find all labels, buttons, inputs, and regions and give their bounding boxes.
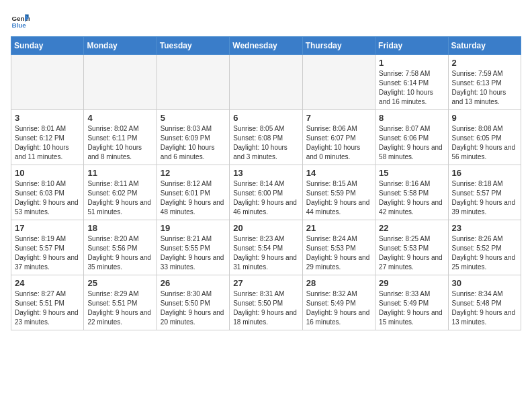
week-row-5: 24Sunrise: 8:27 AM Sunset: 5:51 PM Dayli… <box>11 275 521 330</box>
week-row-3: 10Sunrise: 8:10 AM Sunset: 6:03 PM Dayli… <box>11 165 521 220</box>
day-info: Sunrise: 8:07 AM Sunset: 6:06 PM Dayligh… <box>379 124 444 162</box>
day-cell: 14Sunrise: 8:15 AM Sunset: 5:59 PM Dayli… <box>302 165 375 220</box>
day-cell: 19Sunrise: 8:21 AM Sunset: 5:55 PM Dayli… <box>157 220 229 275</box>
day-info: Sunrise: 8:29 AM Sunset: 5:51 PM Dayligh… <box>87 289 152 327</box>
day-cell: 25Sunrise: 8:29 AM Sunset: 5:51 PM Dayli… <box>84 275 157 330</box>
week-row-2: 3Sunrise: 8:01 AM Sunset: 6:12 PM Daylig… <box>11 110 521 165</box>
header-friday: Friday <box>375 37 448 55</box>
day-number: 5 <box>161 113 226 123</box>
day-info: Sunrise: 8:23 AM Sunset: 5:54 PM Dayligh… <box>233 234 298 272</box>
svg-text:Blue: Blue <box>11 21 26 29</box>
day-info: Sunrise: 8:19 AM Sunset: 5:57 PM Dayligh… <box>15 234 80 272</box>
day-number: 22 <box>379 223 444 233</box>
day-info: Sunrise: 8:24 AM Sunset: 5:53 PM Dayligh… <box>306 234 371 272</box>
day-number: 25 <box>87 278 152 288</box>
day-info: Sunrise: 8:11 AM Sunset: 6:02 PM Dayligh… <box>87 179 152 217</box>
day-cell: 2Sunrise: 7:59 AM Sunset: 6:13 PM Daylig… <box>448 55 521 110</box>
day-number: 8 <box>379 113 444 123</box>
day-number: 29 <box>379 278 444 288</box>
header-row: SundayMondayTuesdayWednesdayThursdayFrid… <box>11 37 521 55</box>
day-cell: 11Sunrise: 8:11 AM Sunset: 6:02 PM Dayli… <box>84 165 157 220</box>
calendar-table: SundayMondayTuesdayWednesdayThursdayFrid… <box>11 36 521 330</box>
day-cell: 9Sunrise: 8:08 AM Sunset: 6:05 PM Daylig… <box>448 110 521 165</box>
day-cell: 17Sunrise: 8:19 AM Sunset: 5:57 PM Dayli… <box>11 220 84 275</box>
day-cell: 28Sunrise: 8:32 AM Sunset: 5:49 PM Dayli… <box>302 275 375 330</box>
day-number: 1 <box>379 58 444 68</box>
day-cell <box>230 55 302 110</box>
day-info: Sunrise: 8:14 AM Sunset: 6:00 PM Dayligh… <box>233 179 298 217</box>
day-info: Sunrise: 8:06 AM Sunset: 6:07 PM Dayligh… <box>306 124 371 162</box>
page-header: General Blue <box>11 11 521 30</box>
day-cell: 27Sunrise: 8:31 AM Sunset: 5:50 PM Dayli… <box>230 275 302 330</box>
day-cell: 12Sunrise: 8:12 AM Sunset: 6:01 PM Dayli… <box>157 165 229 220</box>
day-number: 6 <box>233 113 298 123</box>
day-info: Sunrise: 8:01 AM Sunset: 6:12 PM Dayligh… <box>15 124 80 162</box>
day-cell <box>84 55 157 110</box>
day-cell: 22Sunrise: 8:25 AM Sunset: 5:53 PM Dayli… <box>375 220 448 275</box>
day-cell: 5Sunrise: 8:03 AM Sunset: 6:09 PM Daylig… <box>157 110 229 165</box>
day-info: Sunrise: 8:26 AM Sunset: 5:52 PM Dayligh… <box>452 234 517 272</box>
day-cell: 18Sunrise: 8:20 AM Sunset: 5:56 PM Dayli… <box>84 220 157 275</box>
day-cell: 4Sunrise: 8:02 AM Sunset: 6:11 PM Daylig… <box>84 110 157 165</box>
week-row-1: 1Sunrise: 7:58 AM Sunset: 6:14 PM Daylig… <box>11 55 521 110</box>
day-cell: 24Sunrise: 8:27 AM Sunset: 5:51 PM Dayli… <box>11 275 84 330</box>
day-info: Sunrise: 8:02 AM Sunset: 6:11 PM Dayligh… <box>87 124 152 162</box>
day-cell: 8Sunrise: 8:07 AM Sunset: 6:06 PM Daylig… <box>375 110 448 165</box>
day-info: Sunrise: 8:05 AM Sunset: 6:08 PM Dayligh… <box>233 124 298 162</box>
header-monday: Monday <box>84 37 157 55</box>
day-cell: 23Sunrise: 8:26 AM Sunset: 5:52 PM Dayli… <box>448 220 521 275</box>
day-number: 17 <box>15 223 80 233</box>
day-info: Sunrise: 8:15 AM Sunset: 5:59 PM Dayligh… <box>306 179 371 217</box>
day-number: 19 <box>161 223 226 233</box>
day-info: Sunrise: 8:21 AM Sunset: 5:55 PM Dayligh… <box>161 234 226 272</box>
day-cell: 7Sunrise: 8:06 AM Sunset: 6:07 PM Daylig… <box>302 110 375 165</box>
day-number: 3 <box>15 113 80 123</box>
day-number: 24 <box>15 278 80 288</box>
week-row-4: 17Sunrise: 8:19 AM Sunset: 5:57 PM Dayli… <box>11 220 521 275</box>
header-thursday: Thursday <box>302 37 375 55</box>
day-info: Sunrise: 8:31 AM Sunset: 5:50 PM Dayligh… <box>233 289 298 327</box>
day-info: Sunrise: 8:08 AM Sunset: 6:05 PM Dayligh… <box>452 124 517 162</box>
day-number: 30 <box>452 278 517 288</box>
day-number: 21 <box>306 223 371 233</box>
day-number: 16 <box>452 168 517 178</box>
day-info: Sunrise: 8:30 AM Sunset: 5:50 PM Dayligh… <box>161 289 226 327</box>
day-info: Sunrise: 8:33 AM Sunset: 5:49 PM Dayligh… <box>379 289 444 327</box>
day-info: Sunrise: 8:27 AM Sunset: 5:51 PM Dayligh… <box>15 289 80 327</box>
day-cell: 30Sunrise: 8:34 AM Sunset: 5:48 PM Dayli… <box>448 275 521 330</box>
day-info: Sunrise: 8:16 AM Sunset: 5:58 PM Dayligh… <box>379 179 444 217</box>
day-number: 18 <box>87 223 152 233</box>
day-number: 12 <box>161 168 226 178</box>
header-sunday: Sunday <box>11 37 84 55</box>
day-info: Sunrise: 8:34 AM Sunset: 5:48 PM Dayligh… <box>452 289 517 327</box>
day-cell: 13Sunrise: 8:14 AM Sunset: 6:00 PM Dayli… <box>230 165 302 220</box>
day-cell: 10Sunrise: 8:10 AM Sunset: 6:03 PM Dayli… <box>11 165 84 220</box>
day-info: Sunrise: 8:03 AM Sunset: 6:09 PM Dayligh… <box>161 124 226 162</box>
day-info: Sunrise: 7:58 AM Sunset: 6:14 PM Dayligh… <box>379 69 444 107</box>
day-cell: 6Sunrise: 8:05 AM Sunset: 6:08 PM Daylig… <box>230 110 302 165</box>
logo: General Blue <box>11 11 32 30</box>
day-cell: 15Sunrise: 8:16 AM Sunset: 5:58 PM Dayli… <box>375 165 448 220</box>
day-info: Sunrise: 8:18 AM Sunset: 5:57 PM Dayligh… <box>452 179 517 217</box>
day-number: 10 <box>15 168 80 178</box>
logo-icon: General Blue <box>11 11 30 30</box>
day-number: 7 <box>306 113 371 123</box>
day-cell <box>157 55 229 110</box>
day-cell: 16Sunrise: 8:18 AM Sunset: 5:57 PM Dayli… <box>448 165 521 220</box>
day-info: Sunrise: 8:20 AM Sunset: 5:56 PM Dayligh… <box>87 234 152 272</box>
day-cell <box>11 55 84 110</box>
day-cell: 29Sunrise: 8:33 AM Sunset: 5:49 PM Dayli… <box>375 275 448 330</box>
day-number: 26 <box>161 278 226 288</box>
day-number: 2 <box>452 58 517 68</box>
day-cell: 20Sunrise: 8:23 AM Sunset: 5:54 PM Dayli… <box>230 220 302 275</box>
header-saturday: Saturday <box>448 37 521 55</box>
day-info: Sunrise: 7:59 AM Sunset: 6:13 PM Dayligh… <box>452 69 517 107</box>
header-tuesday: Tuesday <box>157 37 229 55</box>
day-cell: 3Sunrise: 8:01 AM Sunset: 6:12 PM Daylig… <box>11 110 84 165</box>
day-cell: 1Sunrise: 7:58 AM Sunset: 6:14 PM Daylig… <box>375 55 448 110</box>
day-number: 27 <box>233 278 298 288</box>
day-number: 13 <box>233 168 298 178</box>
day-info: Sunrise: 8:12 AM Sunset: 6:01 PM Dayligh… <box>161 179 226 217</box>
day-info: Sunrise: 8:10 AM Sunset: 6:03 PM Dayligh… <box>15 179 80 217</box>
day-number: 14 <box>306 168 371 178</box>
